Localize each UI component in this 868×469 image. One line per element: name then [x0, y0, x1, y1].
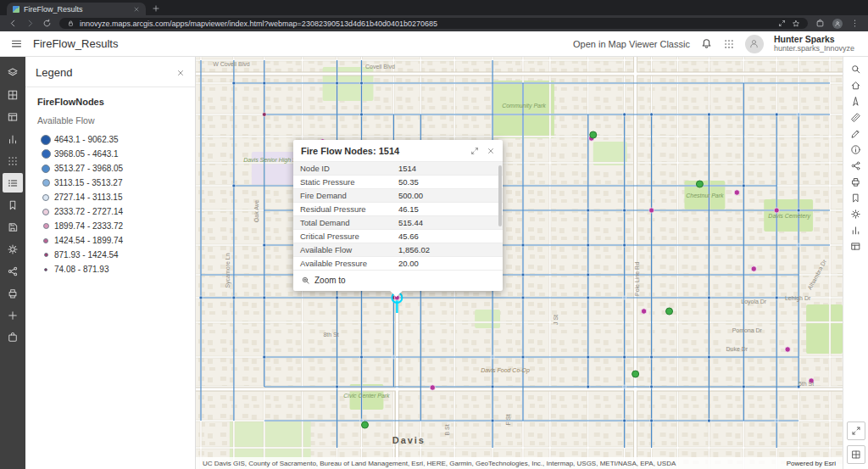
flow-node[interactable]	[734, 190, 739, 195]
legend-icon[interactable]	[3, 173, 23, 193]
search-tool-icon[interactable]	[850, 64, 861, 75]
flow-node[interactable]	[263, 296, 266, 299]
print-tool-icon[interactable]	[850, 176, 861, 187]
flow-node[interactable]	[707, 113, 710, 116]
browser-menu-icon[interactable]	[850, 19, 860, 28]
flow-node[interactable]	[430, 385, 435, 390]
open-classic-link[interactable]: Open in Map Viewer Classic	[573, 39, 690, 49]
user-avatar[interactable]	[745, 35, 764, 53]
home-tool-icon[interactable]	[850, 80, 861, 91]
flow-node[interactable]	[751, 266, 756, 271]
flow-node[interactable]	[359, 355, 363, 359]
flow-node[interactable]	[232, 296, 236, 299]
flow-node[interactable]	[359, 81, 363, 85]
print-icon[interactable]	[3, 283, 23, 303]
flow-node[interactable]	[809, 378, 814, 383]
flow-node[interactable]	[392, 355, 395, 359]
map-properties-icon[interactable]	[3, 239, 23, 259]
marker-node[interactable]	[361, 422, 368, 428]
app-launcher-icon[interactable]	[3, 327, 23, 347]
marker-node[interactable]	[666, 308, 673, 315]
map-canvas[interactable]: W Covell BlvdCovell BlvdCommunity ParkDa…	[196, 57, 843, 469]
browser-profile-avatar[interactable]	[832, 19, 843, 29]
share-tool-icon[interactable]	[850, 160, 861, 171]
flow-node[interactable]	[587, 209, 590, 212]
flow-node[interactable]	[262, 113, 266, 117]
flow-node[interactable]	[649, 208, 654, 213]
tables-icon[interactable]	[3, 107, 23, 126]
flow-node[interactable]	[797, 113, 800, 116]
flow-node[interactable]	[774, 208, 779, 213]
locate-tool-icon[interactable]	[850, 96, 861, 107]
flow-node[interactable]	[775, 419, 778, 422]
flow-node[interactable]	[797, 209, 800, 212]
flow-node[interactable]	[491, 355, 494, 359]
flow-node[interactable]	[623, 243, 626, 247]
flow-node[interactable]	[707, 419, 710, 422]
bookmarks-icon[interactable]	[3, 195, 23, 215]
lock-icon[interactable]	[67, 20, 75, 27]
flow-node[interactable]	[587, 296, 590, 299]
flow-node[interactable]	[797, 385, 800, 388]
flow-node[interactable]	[650, 385, 654, 388]
flow-node[interactable]	[623, 355, 626, 359]
flow-node[interactable]	[521, 243, 525, 247]
layers-icon[interactable]	[3, 63, 23, 82]
popup-scrollbar[interactable]	[498, 165, 502, 226]
refresh-icon[interactable]	[42, 19, 52, 28]
flow-node[interactable]	[623, 296, 626, 299]
flow-node[interactable]	[336, 385, 339, 388]
flow-node[interactable]	[742, 184, 745, 187]
bookmark-tool-icon[interactable]	[850, 193, 861, 204]
flow-node[interactable]	[491, 385, 494, 388]
table-tool-icon[interactable]	[850, 241, 861, 252]
measure-tool-icon[interactable]	[850, 112, 861, 123]
settings-tool-icon[interactable]	[850, 209, 861, 220]
flow-node[interactable]	[707, 355, 710, 359]
url-bar[interactable]: innovyze.maps.arcgis.com/apps/mapviewer/…	[59, 18, 808, 29]
flow-node[interactable]	[587, 355, 590, 359]
tab-close-icon[interactable]	[133, 6, 140, 13]
flow-node[interactable]	[623, 385, 626, 388]
marker-node[interactable]	[590, 131, 597, 138]
flow-node[interactable]	[587, 243, 590, 247]
url-text[interactable]: innovyze.maps.arcgis.com/apps/mapviewer/…	[80, 20, 773, 28]
hamburger-menu-icon[interactable]	[10, 37, 23, 50]
flow-node[interactable]	[775, 296, 778, 299]
flow-node[interactable]	[359, 113, 363, 116]
flow-node[interactable]	[785, 347, 790, 352]
flow-node[interactable]	[623, 209, 626, 212]
flow-node[interactable]	[491, 419, 494, 422]
forward-icon[interactable]	[25, 19, 35, 28]
flow-node[interactable]	[650, 419, 654, 422]
flow-node[interactable]	[587, 385, 590, 388]
flow-node[interactable]	[623, 113, 626, 116]
flow-node[interactable]	[263, 355, 266, 359]
new-tab-button[interactable]	[152, 4, 160, 13]
flow-node[interactable]	[521, 296, 525, 299]
add-data-icon[interactable]	[3, 305, 23, 325]
install-icon[interactable]	[778, 20, 786, 28]
charts-icon[interactable]	[3, 129, 23, 148]
flow-node[interactable]	[263, 243, 266, 247]
flow-node[interactable]	[650, 355, 654, 359]
marker-node[interactable]	[632, 371, 639, 377]
flow-node[interactable]	[232, 184, 236, 187]
basemap-toggle-icon[interactable]	[847, 445, 865, 464]
extensions-icon[interactable]	[815, 19, 825, 28]
flow-node[interactable]	[641, 309, 646, 314]
flow-node[interactable]	[521, 273, 525, 276]
app-launcher-grid-icon[interactable]	[723, 38, 735, 50]
flow-node[interactable]	[587, 273, 590, 276]
flow-node[interactable]	[263, 81, 266, 85]
legend-close-icon[interactable]	[176, 69, 185, 77]
expand-tool-icon[interactable]	[847, 422, 865, 440]
user-block[interactable]: Hunter Sparks hunter.sparks_Innovyze	[774, 34, 858, 53]
flow-node[interactable]	[336, 296, 339, 299]
flow-node[interactable]	[650, 113, 654, 116]
zoom-to-button[interactable]: Zoom to	[314, 276, 346, 285]
flow-node[interactable]	[623, 419, 626, 422]
flow-node[interactable]	[199, 296, 203, 299]
flow-node[interactable]	[775, 113, 778, 116]
flow-node[interactable]	[742, 385, 745, 388]
